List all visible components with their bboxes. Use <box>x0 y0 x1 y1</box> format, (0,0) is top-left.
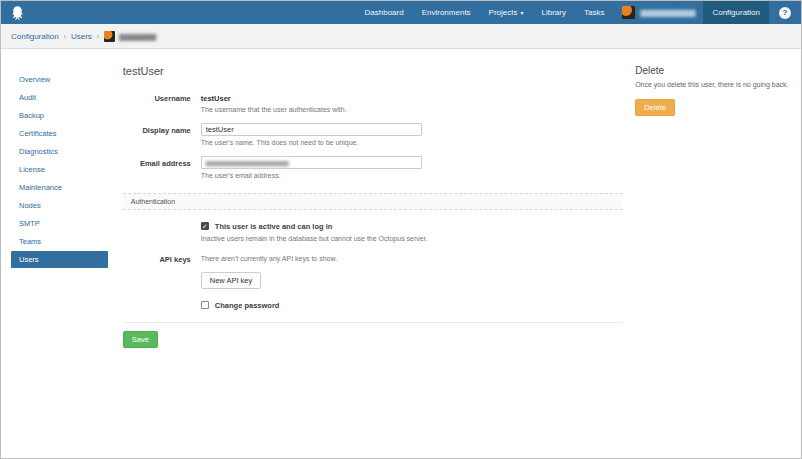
change-password-label[interactable]: Change password <box>215 301 280 310</box>
help-button-container: ? <box>769 1 801 24</box>
authentication-section-header: Authentication <box>123 193 623 210</box>
sidebar-item-maintenance[interactable]: Maintenance <box>11 179 108 196</box>
nav-links: Dashboard Environments Projects ▾ Librar… <box>356 1 801 24</box>
page-title: testUser <box>123 65 623 77</box>
username-value: testUser <box>201 91 623 103</box>
new-api-key-button[interactable]: New API key <box>201 272 262 289</box>
display-name-input[interactable] <box>201 123 422 136</box>
app-window: Dashboard Environments Projects ▾ Librar… <box>0 0 802 459</box>
api-keys-label: API keys <box>123 252 191 310</box>
email-input[interactable]: ▆▆▆▆▆▆▆▆▆▆▆▆▆▆▆▆▆▆▆▆ <box>201 156 422 169</box>
sidebar-item-overview[interactable]: Overview <box>11 71 108 88</box>
nav-item-label: Configuration <box>712 8 760 17</box>
sidebar-item-users[interactable]: Users <box>11 251 108 268</box>
sidebar-item-backup[interactable]: Backup <box>11 107 108 124</box>
nav-item-label: Projects <box>489 8 518 17</box>
user-active-checkbox[interactable] <box>201 222 209 230</box>
user-avatar <box>104 31 115 42</box>
email-label: Email address <box>123 156 191 179</box>
user-active-checkbox-label[interactable]: This user is active and can log in <box>215 222 333 231</box>
sidebar-item-certificates[interactable]: Certificates <box>11 125 108 142</box>
nav-item-label: Dashboard <box>365 8 404 17</box>
email-value-redacted: ▆▆▆▆▆▆▆▆▆▆▆▆▆▆▆▆▆▆▆▆ <box>206 159 288 166</box>
delete-panel-warning: Once you delete this user, there is no g… <box>635 81 801 88</box>
username-label: Username <box>123 91 191 113</box>
active-checkbox-row: This user is active and can log in Inact… <box>123 222 623 242</box>
delete-panel-title: Delete <box>635 65 801 76</box>
logo-container[interactable] <box>1 1 34 24</box>
nav-item-environments[interactable]: Environments <box>413 1 480 24</box>
user-active-help-text: Inactive users remain in the database bu… <box>201 235 623 242</box>
nav-item-label: Environments <box>422 8 471 17</box>
sidebar-item-audit[interactable]: Audit <box>11 89 108 106</box>
sidebar-item-smtp[interactable]: SMTP <box>11 215 108 232</box>
nav-item-projects[interactable]: Projects ▾ <box>480 1 533 24</box>
nav-item-tasks[interactable]: Tasks <box>575 1 613 24</box>
breadcrumb-separator-icon: › <box>97 33 99 40</box>
octopus-logo-icon <box>9 4 26 21</box>
change-password-checkbox[interactable] <box>201 301 209 309</box>
form-divider <box>123 322 623 323</box>
sidebar-item-nodes[interactable]: Nodes <box>11 197 108 214</box>
display-name-label: Display name <box>123 123 191 146</box>
breadcrumb-user-name-redacted: ▆▆▆▆▆▆▆ <box>119 32 155 41</box>
nav-item-label: Library <box>542 8 566 17</box>
api-keys-row: API keys There aren't currently any API … <box>123 252 623 310</box>
user-edit-form: testUser Username testUser The username … <box>123 61 623 348</box>
nav-item-configuration[interactable]: Configuration <box>703 1 769 24</box>
nav-item-dashboard[interactable]: Dashboard <box>356 1 413 24</box>
delete-panel: Delete Once you delete this user, there … <box>635 65 801 116</box>
delete-button[interactable]: Delete <box>635 99 675 116</box>
sidebar-item-diagnostics[interactable]: Diagnostics <box>11 143 108 160</box>
user-avatar <box>622 6 635 19</box>
breadcrumb-current-user: ▆▆▆▆▆▆▆ <box>104 31 155 42</box>
breadcrumb: Configuration › Users › ▆▆▆▆▆▆▆ <box>1 24 801 49</box>
configuration-sidebar: Overview Audit Backup Certificates Diagn… <box>11 71 108 269</box>
api-keys-empty-text: There aren't currently any API keys to s… <box>201 255 623 262</box>
email-help-text: The user's email address. <box>201 172 623 179</box>
save-button[interactable]: Save <box>123 331 158 348</box>
email-field-row: Email address ▆▆▆▆▆▆▆▆▆▆▆▆▆▆▆▆▆▆▆▆ The u… <box>123 156 623 179</box>
nav-item-label: Tasks <box>584 8 604 17</box>
nav-user-name-redacted: ▆▆▆ ▆▆▆▆▆ ▆▆ <box>640 8 694 17</box>
breadcrumb-link-configuration[interactable]: Configuration <box>11 32 59 41</box>
nav-item-library[interactable]: Library <box>533 1 575 24</box>
top-navbar: Dashboard Environments Projects ▾ Librar… <box>1 1 801 24</box>
username-help-text: The username that the user authenticates… <box>201 106 623 113</box>
chevron-down-icon: ▾ <box>521 9 524 16</box>
sidebar-item-license[interactable]: License <box>11 161 108 178</box>
help-icon[interactable]: ? <box>779 7 791 19</box>
username-field-row: Username testUser The username that the … <box>123 91 623 113</box>
sidebar-item-teams[interactable]: Teams <box>11 233 108 250</box>
breadcrumb-separator-icon: › <box>64 33 66 40</box>
display-name-field-row: Display name The user's name. This does … <box>123 123 623 146</box>
content-area: Overview Audit Backup Certificates Diagn… <box>1 49 801 348</box>
display-name-help-text: The user's name. This does not need to b… <box>201 139 623 146</box>
breadcrumb-link-users[interactable]: Users <box>71 32 92 41</box>
nav-user-menu[interactable]: ▆▆▆ ▆▆▆▆▆ ▆▆ <box>613 1 703 24</box>
